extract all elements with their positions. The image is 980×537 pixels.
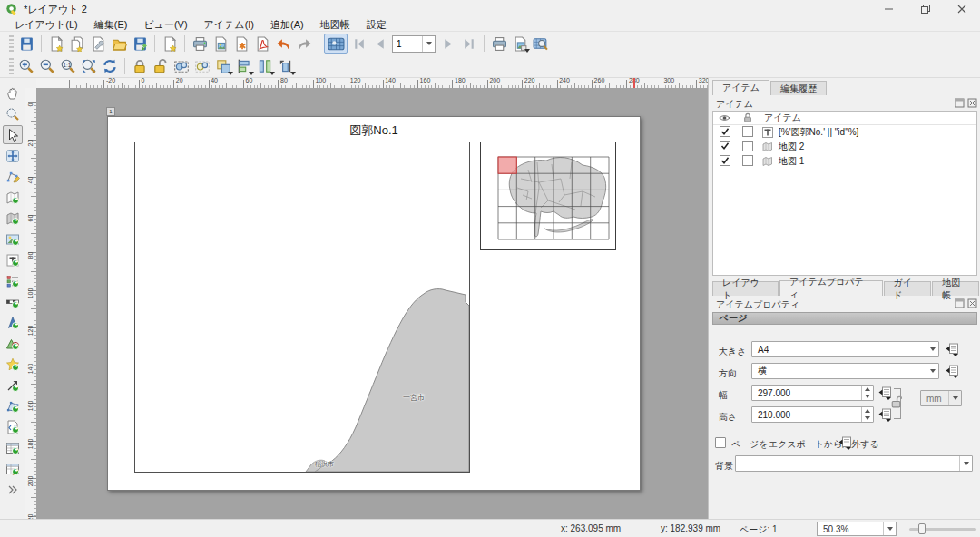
width-spinbox[interactable]: 297.000: [751, 385, 874, 401]
export-atlas-button[interactable]: [510, 34, 530, 54]
vertical-ruler[interactable]: 020406080100120140160180200220: [25, 88, 36, 519]
save-button[interactable]: [16, 34, 36, 54]
size-combo[interactable]: A4: [751, 341, 939, 357]
restore-button[interactable]: [907, 0, 944, 18]
menu-add[interactable]: 追加(A): [263, 18, 311, 32]
export-svg-button[interactable]: [231, 34, 251, 54]
distribute-items-button[interactable]: [255, 56, 275, 76]
atlas-page-input[interactable]: [393, 39, 420, 49]
lock-checkbox[interactable]: [742, 155, 753, 168]
refresh-button[interactable]: [100, 56, 120, 76]
float-panel-icon[interactable]: [955, 298, 965, 310]
add-scalebar-button[interactable]: [3, 292, 23, 311]
undo-button[interactable]: [273, 34, 293, 54]
add-north-arrow-button[interactable]: [3, 313, 23, 332]
zoom-full-button[interactable]: [79, 56, 99, 76]
toolbox-overflow-button[interactable]: [7, 485, 18, 496]
add-3d-map-button[interactable]: [3, 209, 23, 228]
add-picture-button[interactable]: [3, 229, 23, 249]
edit-nodes-tool-button[interactable]: [3, 167, 23, 186]
tab-layout[interactable]: レイアウト: [712, 281, 779, 296]
float-panel-icon[interactable]: [955, 98, 965, 110]
menu-layout[interactable]: レイアウト(L): [7, 18, 85, 32]
close-panel-icon[interactable]: [967, 98, 977, 110]
save-as-button[interactable]: [130, 34, 150, 54]
visible-checkbox[interactable]: [720, 141, 730, 153]
height-spinbox[interactable]: 210.000: [751, 406, 874, 423]
tab-item-properties[interactable]: アイテムプロパティ: [779, 280, 883, 296]
unlock-items-button[interactable]: [151, 56, 171, 76]
add-label-button[interactable]: [3, 250, 23, 269]
orientation-combo[interactable]: 横: [751, 363, 939, 379]
select-move-tool-button[interactable]: [3, 125, 23, 144]
zoom-out-button[interactable]: [37, 56, 57, 76]
add-fixed-table-button[interactable]: [3, 459, 23, 478]
add-marker-button[interactable]: [3, 355, 23, 374]
atlas-page-combo[interactable]: [392, 35, 436, 53]
layout-page[interactable]: 図郭No.1 一宮市 稲沢市: [107, 116, 641, 491]
export-image-button[interactable]: [211, 34, 230, 54]
lock-items-button[interactable]: [130, 56, 150, 76]
add-pages-button[interactable]: [160, 34, 180, 54]
orientation-data-defined-button[interactable]: [944, 363, 959, 378]
main-map-item[interactable]: 一宮市 稲沢市: [134, 142, 470, 473]
add-node-item-button[interactable]: [3, 396, 23, 415]
print-button[interactable]: [190, 34, 210, 54]
tab-items[interactable]: アイテム: [712, 80, 769, 95]
close-panel-icon[interactable]: [967, 298, 977, 310]
visible-checkbox[interactable]: [720, 126, 730, 139]
atlas-first-button[interactable]: [348, 34, 368, 54]
atlas-preview-button[interactable]: [324, 34, 348, 54]
atlas-next-button[interactable]: [438, 34, 458, 54]
redo-button[interactable]: [294, 34, 314, 54]
export-pdf-button[interactable]: [252, 34, 272, 54]
menu-settings[interactable]: 設定: [359, 18, 394, 32]
exclude-data-defined-button[interactable]: [837, 434, 852, 450]
size-data-defined-button[interactable]: [944, 341, 959, 356]
page-title-label-item[interactable]: 図郭No.1: [108, 122, 640, 139]
raise-items-button[interactable]: [213, 56, 233, 76]
tab-edit-history[interactable]: 編集履歴: [770, 81, 827, 95]
exclude-page-checkbox[interactable]: [715, 437, 726, 448]
horizontal-ruler[interactable]: -200204060801001201401601802002202402602…: [36, 78, 708, 88]
atlas-prev-button[interactable]: [369, 34, 389, 54]
zoom-in-button[interactable]: [16, 56, 36, 76]
item-row-label[interactable]: [%'図郭No.' || "id"%]: [713, 125, 976, 140]
overview-map-item[interactable]: [480, 142, 616, 250]
atlas-last-button[interactable]: [459, 34, 479, 54]
print-atlas-button[interactable]: [489, 34, 509, 54]
add-map-button[interactable]: [3, 188, 23, 207]
unit-combo[interactable]: mm: [920, 390, 962, 406]
align-items-button[interactable]: [234, 56, 254, 76]
new-layout-button[interactable]: [46, 34, 66, 54]
menu-item[interactable]: アイテム(I): [197, 18, 261, 32]
zoom-actual-button[interactable]: 1:1: [58, 56, 78, 76]
add-shape-button[interactable]: [3, 334, 23, 353]
group-items-button[interactable]: [172, 56, 191, 76]
menu-view[interactable]: ビュー(V): [136, 18, 194, 32]
add-html-button[interactable]: [3, 417, 23, 436]
item-row-map1[interactable]: 地図 1: [713, 154, 976, 169]
add-legend-button[interactable]: [3, 271, 23, 290]
item-row-map2[interactable]: 地図 2: [713, 140, 976, 154]
resize-items-button[interactable]: [276, 56, 296, 76]
add-attribute-table-button[interactable]: [3, 438, 23, 457]
menu-edit[interactable]: 編集(E): [87, 18, 135, 32]
minimize-button[interactable]: [871, 0, 907, 18]
tab-atlas[interactable]: 地図帳: [932, 281, 979, 296]
visible-checkbox[interactable]: [720, 155, 730, 168]
ungroup-items-button[interactable]: [192, 56, 212, 76]
zoom-tool-button[interactable]: [3, 104, 23, 123]
zoom-level-combo[interactable]: 50.3%: [817, 522, 897, 536]
spin-buttons[interactable]: [861, 386, 873, 400]
layout-canvas[interactable]: 1 図郭No.1 一宮市 稲沢市: [36, 88, 708, 519]
close-button[interactable]: [944, 0, 980, 18]
tab-guides[interactable]: ガイド: [884, 281, 932, 296]
zoom-slider[interactable]: [909, 522, 976, 536]
menu-atlas[interactable]: 地図帳: [313, 18, 358, 32]
page-section-header[interactable]: ページ: [712, 312, 977, 325]
link-lock-icon[interactable]: [890, 395, 902, 411]
lock-checkbox[interactable]: [742, 126, 753, 139]
add-arrow-button[interactable]: [3, 376, 23, 395]
zoom-slider-handle[interactable]: [918, 523, 926, 534]
